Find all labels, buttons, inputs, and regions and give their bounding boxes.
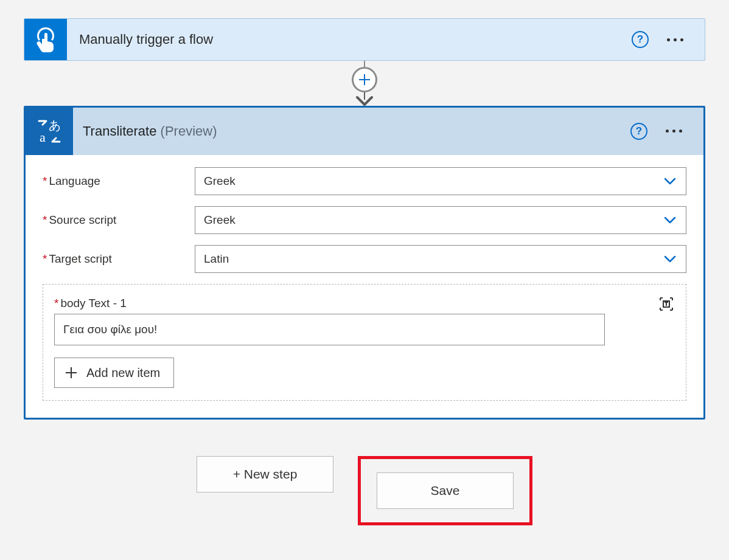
chevron-down-icon	[663, 213, 677, 227]
arrow-down-icon	[356, 92, 373, 106]
plus-icon	[358, 74, 371, 86]
svg-text:あ: あ	[49, 119, 61, 132]
touch-icon	[24, 18, 67, 61]
help-icon[interactable]: ?	[630, 123, 647, 140]
source-script-label: *Source script	[43, 213, 195, 227]
body-text-panel: *body Text - 1 Γεια σου φίλε μου! Add ne…	[43, 284, 686, 401]
body-text-input[interactable]: Γεια σου φίλε μου!	[54, 314, 605, 345]
language-select[interactable]: Greek	[195, 167, 686, 195]
target-script-label: *Target script	[43, 252, 195, 266]
chevron-down-icon	[663, 252, 677, 266]
body-text-label: *body Text - 1	[54, 297, 675, 310]
translate-icon: あ a	[26, 108, 73, 155]
help-icon[interactable]: ?	[632, 31, 649, 48]
save-button[interactable]: Save	[377, 472, 514, 509]
trigger-title: Manually trigger a flow	[79, 32, 632, 47]
target-script-select[interactable]: Latin	[195, 245, 686, 273]
switch-mode-icon[interactable]	[658, 296, 675, 313]
insert-step-button[interactable]	[352, 67, 377, 92]
preview-label: (Preview)	[161, 123, 217, 139]
chevron-down-icon	[663, 174, 677, 188]
plus-icon	[65, 366, 78, 379]
new-step-button[interactable]: + New step	[197, 456, 333, 493]
action-card: あ a Transliterate (Preview) ?	[24, 106, 705, 420]
svg-text:a: a	[40, 130, 46, 145]
add-new-item-button[interactable]: Add new item	[54, 358, 174, 388]
source-script-select[interactable]: Greek	[195, 206, 686, 234]
save-highlight: Save	[358, 456, 532, 525]
connector	[0, 61, 729, 106]
language-label: *Language	[43, 175, 195, 188]
more-menu-icon[interactable]	[666, 125, 682, 137]
more-menu-icon[interactable]	[667, 33, 683, 46]
action-header[interactable]: あ a Transliterate (Preview) ?	[26, 108, 703, 155]
trigger-card[interactable]: Manually trigger a flow ?	[24, 18, 705, 61]
action-title: Transliterate (Preview)	[83, 123, 630, 139]
